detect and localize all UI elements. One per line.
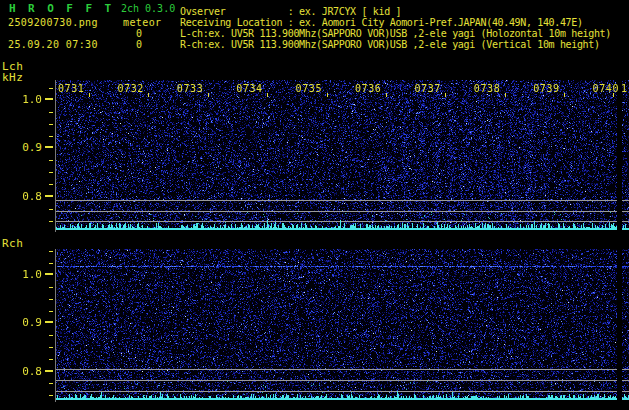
rch-major-tick (45, 370, 53, 372)
minute-tick (267, 93, 268, 97)
rch-major-tick (45, 273, 53, 275)
minute-tick (327, 93, 328, 97)
rch-minor-tick (49, 263, 53, 264)
lch-freq-label: 0.9 (2, 142, 42, 154)
minute-tick (386, 93, 387, 97)
time-label: 0740 (593, 84, 619, 95)
minute-tick (564, 93, 565, 97)
mode-label: meteor (123, 18, 162, 29)
datetime-label: 25.09.20 07:30 (8, 40, 98, 51)
rch-minor-tick (49, 347, 53, 348)
lch-freq-label: 0.8 (2, 191, 42, 203)
rch-minor-tick (49, 359, 53, 360)
minute-tick (505, 93, 506, 97)
minute-tick (148, 93, 149, 97)
lch-major-tick (45, 195, 53, 197)
lch-minor-tick (49, 160, 53, 161)
rch-minor-tick (49, 299, 53, 300)
rch-receiver-info-line: R-ch:ex. UV5R 113.900Mhz(SAPPORO VOR)USB… (180, 39, 600, 50)
rch-major-tick (45, 321, 53, 323)
lch-freq-label: 1.0 (2, 94, 42, 106)
time-label: 0739 (533, 84, 559, 95)
rch-panel-label: Rch (2, 238, 23, 250)
lch-minor-tick (49, 136, 53, 137)
lch-y-axis-line (55, 80, 56, 232)
lch-receiver-info-line: L-ch:ex. UV5R 113.900Mhz(SAPPORO VOR)USB… (180, 28, 611, 39)
time-label: 0737 (414, 84, 440, 95)
observer-info-line: Ovserver : ex. JR7CYX [ kid ] (180, 6, 401, 17)
echo-count-lch: 0 (136, 29, 142, 40)
lch-major-tick (45, 146, 53, 148)
khz-axis-label: kHz (2, 72, 23, 84)
minute-tick (445, 93, 446, 97)
rch-freq-label: 0.9 (2, 317, 42, 329)
time-label: 0734 (236, 84, 262, 95)
lch-major-tick (45, 98, 53, 100)
rch-spectrogram-canvas (56, 249, 629, 402)
rch-freq-label: 0.8 (2, 366, 42, 378)
time-label: 0732 (117, 84, 143, 95)
lch-minor-tick (49, 112, 53, 113)
lch-minor-tick (49, 184, 53, 185)
minute-tick (89, 93, 90, 97)
rch-minor-tick (49, 287, 53, 288)
echo-count-rch: 0 (136, 40, 142, 51)
rch-y-axis-line (55, 249, 56, 402)
time-label: 0738 (474, 84, 500, 95)
time-label: 0731 (58, 84, 84, 95)
hrofft-output-image: HROFFT 2ch 0.3.0 2509200730.png meteor 0… (0, 0, 629, 410)
rch-minor-tick (49, 395, 53, 396)
output-filename: 2509200730.png (8, 18, 98, 29)
time-label: 0735 (296, 84, 322, 95)
rch-minor-tick (49, 251, 53, 252)
lch-spectrogram-canvas (56, 80, 629, 232)
minute-tick (208, 93, 209, 97)
minute-tick (613, 93, 614, 97)
rch-minor-tick (49, 335, 53, 336)
lch-minor-tick (49, 221, 53, 222)
lch-minor-tick (49, 88, 53, 89)
app-title: HROFFT (9, 3, 124, 15)
time-label-partial-next-minute: 1 (621, 84, 628, 95)
app-version: 2ch 0.3.0 (121, 4, 175, 15)
rch-minor-tick (49, 383, 53, 384)
rch-minor-tick (49, 311, 53, 312)
location-info-line: Receiving Location : ex. Aomori City Aom… (180, 17, 583, 28)
lch-minor-tick (49, 172, 53, 173)
rch-freq-label: 1.0 (2, 269, 42, 281)
time-label: 0736 (355, 84, 381, 95)
lch-minor-tick (49, 124, 53, 125)
time-label: 0733 (177, 84, 203, 95)
lch-minor-tick (49, 209, 53, 210)
